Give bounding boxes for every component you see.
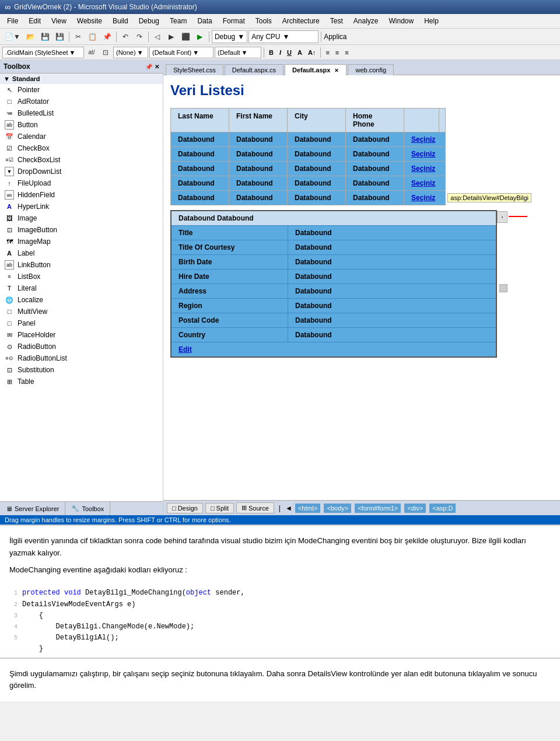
bold-btn[interactable]: B <box>267 47 276 58</box>
toolbox-item-imagebutton[interactable]: ⊡ ImageButton <box>0 224 163 236</box>
align-center-btn[interactable]: ≡ <box>333 47 341 58</box>
tab-stylesheet[interactable]: StyleSheet.css <box>166 64 223 75</box>
toolbox-item-placeholder[interactable]: ✉ PlaceHolder <box>0 329 163 341</box>
toolbox-item-substitution[interactable]: ⊡ Substitution <box>0 364 163 376</box>
toolbox-item-image[interactable]: 🖼 Image <box>0 212 163 224</box>
breadcrumb-asp[interactable]: <asp:D <box>429 504 456 513</box>
menu-tools[interactable]: Tools <box>251 15 276 27</box>
menu-window[interactable]: Window <box>384 15 419 27</box>
details-edit-link[interactable]: Edit <box>178 345 192 354</box>
toolbox-item-table[interactable]: ⊞ Table <box>0 376 163 387</box>
toolbox-item-radiobutton[interactable]: ⊙ RadioButton <box>0 341 163 352</box>
menu-edit[interactable]: Edit <box>24 15 46 27</box>
debug-dropdown[interactable]: Debug ▼ <box>212 30 247 43</box>
toolbox-item-linkbutton[interactable]: ab LinkButton <box>0 259 163 271</box>
none-dropdown[interactable]: (None) ▼ <box>113 47 148 58</box>
toolbox-item-adrotator[interactable]: □ AdRotator <box>0 96 163 107</box>
breadcrumb-html[interactable]: <html> <box>295 504 321 513</box>
toolbox-item-dropdownlist[interactable]: ▼ DropDownList <box>0 166 163 177</box>
nav-left-icon[interactable]: ◄ <box>285 504 292 512</box>
color-btn[interactable]: A <box>295 47 304 58</box>
new-btn[interactable]: 📄▼ <box>2 30 23 43</box>
menu-architecture[interactable]: Architecture <box>278 15 324 27</box>
copy-btn[interactable]: 📋 <box>86 30 99 43</box>
tab-defaultaspx[interactable]: Default.aspx ✕ <box>285 64 346 75</box>
breadcrumb-div[interactable]: <div> <box>404 504 426 513</box>
toolbox-item-multiview[interactable]: □ MultiView <box>0 306 163 317</box>
menu-view[interactable]: View <box>47 15 71 27</box>
toolbox-item-bulletedlist[interactable]: ≔ BulletedList <box>0 107 163 119</box>
menu-team[interactable]: Team <box>165 15 191 27</box>
menu-website[interactable]: Website <box>72 15 107 27</box>
run-btn[interactable]: ▶ <box>194 30 206 43</box>
cell-select-0[interactable]: Seçiniz <box>404 132 445 146</box>
clear-btn[interactable]: ⊡ <box>99 46 112 59</box>
undo-btn[interactable]: ↶ <box>119 30 132 43</box>
toolbox-item-literal[interactable]: T Literal <box>0 282 163 294</box>
paste-btn[interactable]: 📌 <box>100 30 114 43</box>
toolbox-item-hyperlink[interactable]: A HyperLink <box>0 201 163 212</box>
cell-select-4[interactable]: Seçiniz <box>404 191 445 205</box>
nav-fwd-btn[interactable]: ▶ <box>165 30 178 43</box>
menu-test[interactable]: Test <box>326 15 348 27</box>
menu-data[interactable]: Data <box>192 15 216 27</box>
menu-debug[interactable]: Debug <box>134 15 164 27</box>
align-left-btn[interactable]: ≡ <box>323 47 331 58</box>
toolbox-scroll[interactable]: ▼ Standard ↖ Pointer □ AdRotator ≔ Bulle… <box>0 74 163 501</box>
toolbox-item-hiddenfield[interactable]: ab HiddenField <box>0 189 163 201</box>
nav-back-btn[interactable]: ◁ <box>151 30 164 43</box>
pin-icon[interactable]: 📌 <box>145 64 152 70</box>
toolbox-item-panel[interactable]: □ Panel <box>0 317 163 329</box>
cell-select-1[interactable]: Seçiniz <box>404 147 445 161</box>
font-size-inc-btn[interactable]: A↑ <box>306 47 318 58</box>
stylesheet-dropdown[interactable]: .GridMain (StyleSheet ▼ <box>2 47 84 58</box>
menu-help[interactable]: Help <box>419 15 443 27</box>
tab-close-icon[interactable]: ✕ <box>334 68 339 74</box>
nav-stop-btn[interactable]: ⬛ <box>179 30 192 43</box>
source-btn[interactable]: ⊞ Source <box>236 502 274 513</box>
toolbox-section-standard[interactable]: ▼ Standard <box>0 74 163 84</box>
toolbox-item-label[interactable]: A Label <box>0 247 163 259</box>
breadcrumb-form[interactable]: <form#form1> <box>355 504 401 513</box>
toolbox-item-calendar[interactable]: 📅 Calendar <box>0 131 163 142</box>
cell-select-2[interactable]: Seçiniz <box>404 162 445 176</box>
attach-btn[interactable]: at/ <box>85 46 98 59</box>
italic-btn[interactable]: I <box>277 47 284 58</box>
open-btn[interactable]: 📂 <box>24 30 37 43</box>
split-btn[interactable]: □ Split <box>205 503 234 513</box>
toolbox-item-fileupload[interactable]: ↑ FileUpload <box>0 177 163 189</box>
toolbox-item-checkbox[interactable]: ☑ CheckBox <box>0 142 163 154</box>
table-icon: ⊞ <box>5 377 14 386</box>
toolbox-item-listbox[interactable]: ≡ ListBox <box>0 271 163 282</box>
menu-build[interactable]: Build <box>108 15 133 27</box>
tab-webconfig[interactable]: web.config <box>348 64 394 75</box>
menu-format[interactable]: Format <box>218 15 250 27</box>
menu-analyze[interactable]: Analyze <box>349 15 383 27</box>
close-icon[interactable]: ✕ <box>155 64 159 70</box>
size-dropdown[interactable]: (Default ▼ <box>215 47 261 58</box>
toolbox-item-pointer[interactable]: ↖ Pointer <box>0 84 163 96</box>
redo-btn[interactable]: ↷ <box>133 30 146 43</box>
toolbox-item-checkboxlist[interactable]: ≡☑ CheckBoxList <box>0 154 163 166</box>
server-explorer-tab[interactable]: 🖥 Server Explorer <box>0 502 65 515</box>
scroll-handle-icon[interactable] <box>499 284 508 292</box>
font-dropdown[interactable]: (Default Font) ▼ <box>149 47 214 58</box>
underline-btn[interactable]: U <box>285 47 294 58</box>
menu-file[interactable]: File <box>2 15 23 27</box>
save-all-btn[interactable]: 💾 <box>53 30 66 43</box>
tab-defaultcs[interactable]: Default.aspx.cs <box>225 64 284 75</box>
details-label-address: Address <box>172 284 288 298</box>
toolbox-item-imagemap[interactable]: 🗺 ImageMap <box>0 236 163 247</box>
toolbox-tab[interactable]: 🔧 Toolbox <box>65 502 110 515</box>
align-right-btn[interactable]: ≡ <box>342 47 351 58</box>
toolbox-item-radiobuttonlist[interactable]: ≡⊙ RadioButtonList <box>0 352 163 364</box>
design-btn[interactable]: □ Design <box>167 503 203 513</box>
toolbox-item-localize[interactable]: 🌐 Localize <box>0 294 163 306</box>
scroll-right-top-icon[interactable]: › <box>497 211 508 223</box>
cell-select-3[interactable]: Seçiniz <box>404 176 445 190</box>
cpu-dropdown[interactable]: Any CPU ▼ <box>249 30 318 43</box>
toolbox-item-button[interactable]: ab Button <box>0 119 163 131</box>
breadcrumb-body[interactable]: <body> <box>324 504 351 513</box>
save-btn[interactable]: 💾 <box>38 30 52 43</box>
cut-btn[interactable]: ✂ <box>72 30 85 43</box>
